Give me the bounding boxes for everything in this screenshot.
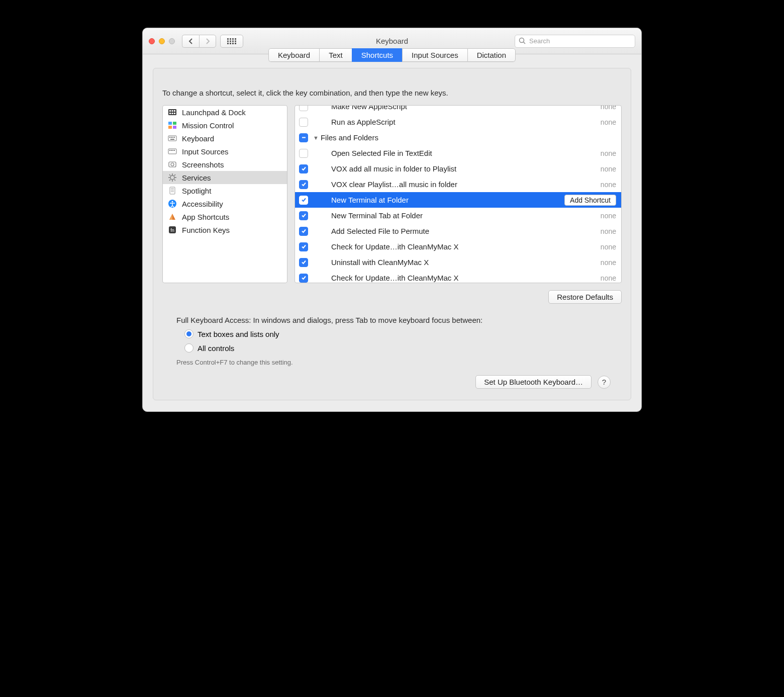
shortcut-value[interactable]: none xyxy=(601,118,616,126)
back-button[interactable] xyxy=(182,35,199,48)
sidebar-item-spotlight[interactable]: Spotlight xyxy=(163,184,287,197)
service-item[interactable]: Uninstall with CleanMyMac Xnone xyxy=(295,254,621,270)
sidebar-item-input-sources[interactable]: Input Sources xyxy=(163,145,287,158)
tab-input-sources[interactable]: Input Sources xyxy=(402,48,467,62)
sidebar-item-mission-control[interactable]: Mission Control xyxy=(163,119,287,132)
service-item[interactable]: Check for Update…ith CleanMyMac Xnone xyxy=(295,270,621,283)
service-label: New Terminal Tab at Folder xyxy=(331,211,601,220)
shortcut-value[interactable]: none xyxy=(601,165,616,173)
svg-rect-31 xyxy=(168,149,176,154)
sidebar-item-services[interactable]: Services xyxy=(163,171,287,184)
svg-rect-14 xyxy=(168,109,176,115)
input-icon xyxy=(168,147,177,156)
service-item[interactable]: VOX clear Playlist…all music in folderno… xyxy=(295,177,621,192)
svg-point-52 xyxy=(172,201,173,203)
fka-option[interactable]: All controls xyxy=(184,343,622,353)
svg-rect-35 xyxy=(174,150,175,151)
shortcut-value[interactable]: none xyxy=(601,258,616,267)
service-label: Uninstall with CleanMyMac X xyxy=(331,258,601,267)
checkbox[interactable] xyxy=(299,258,308,267)
svg-rect-33 xyxy=(171,150,172,151)
checkbox[interactable] xyxy=(299,242,308,251)
disclosure-triangle-icon[interactable]: ▼ xyxy=(313,135,319,141)
radio-label: Text boxes and lists only xyxy=(198,330,279,338)
svg-rect-18 xyxy=(169,113,171,114)
tab-shortcuts[interactable]: Shortcuts xyxy=(352,48,402,62)
minimize-window-button[interactable] xyxy=(159,38,165,44)
preferences-window: Keyboard KeyboardTextShortcutsInput Sour… xyxy=(142,28,642,412)
tab-keyboard[interactable]: Keyboard xyxy=(268,48,319,62)
zoom-window-button[interactable] xyxy=(169,38,175,44)
svg-rect-23 xyxy=(168,126,172,129)
shortcut-value[interactable]: none xyxy=(601,212,616,220)
service-item[interactable]: Run as AppleScriptnone xyxy=(295,114,621,130)
sidebar-item-accessibility[interactable]: Accessibility xyxy=(163,197,287,210)
sidebar-item-function-keys[interactable]: fnFunction Keys xyxy=(163,223,287,236)
shortcut-value[interactable]: none xyxy=(601,274,616,282)
svg-rect-27 xyxy=(171,137,172,138)
service-group[interactable]: ▼Files and Folders xyxy=(295,130,621,145)
content: KeyboardTextShortcutsInput SourcesDictat… xyxy=(143,54,641,411)
sidebar-item-keyboard[interactable]: Keyboard xyxy=(163,132,287,145)
tab-dictation[interactable]: Dictation xyxy=(467,48,516,62)
svg-line-46 xyxy=(174,175,175,176)
svg-rect-34 xyxy=(172,150,173,151)
sidebar-item-label: Mission Control xyxy=(182,121,234,130)
checkbox[interactable] xyxy=(299,118,308,127)
service-item[interactable]: Make New AppleScriptnone xyxy=(295,105,621,114)
checkbox[interactable] xyxy=(299,274,308,283)
service-item[interactable]: New Terminal at FolderAdd Shortcut xyxy=(295,192,621,208)
checkbox[interactable] xyxy=(299,105,308,111)
svg-rect-47 xyxy=(170,187,175,194)
app-icon xyxy=(168,212,177,221)
close-window-button[interactable] xyxy=(149,38,155,44)
service-item[interactable]: Add Selected File to Permutenone xyxy=(295,223,621,239)
svg-rect-21 xyxy=(168,122,172,125)
add-shortcut-button[interactable]: Add Shortcut xyxy=(564,195,616,206)
service-item[interactable]: Check for Update…ith CleanMyMac Xnone xyxy=(295,239,621,254)
tab-text[interactable]: Text xyxy=(319,48,352,62)
sidebar-item-label: Keyboard xyxy=(182,134,214,143)
help-button[interactable]: ? xyxy=(598,376,611,389)
shortcut-value[interactable]: none xyxy=(601,227,616,235)
shortcut-value[interactable]: none xyxy=(601,105,616,111)
group-label: Files and Folders xyxy=(321,133,616,142)
radio-button[interactable] xyxy=(184,329,193,338)
checkbox[interactable] xyxy=(299,149,308,158)
shortcut-list[interactable]: Make New AppleScriptnoneRun as AppleScri… xyxy=(295,105,622,283)
service-item[interactable]: VOX add all music in folder to Playlistn… xyxy=(295,161,621,177)
service-item[interactable]: New Terminal Tab at Foldernone xyxy=(295,208,621,223)
checkbox[interactable] xyxy=(299,196,308,205)
checkbox[interactable] xyxy=(299,180,308,189)
sidebar-item-screenshots[interactable]: Screenshots xyxy=(163,158,287,171)
sidebar-item-app-shortcuts[interactable]: App Shortcuts xyxy=(163,210,287,223)
svg-rect-16 xyxy=(172,110,173,112)
fka-option[interactable]: Text boxes and lists only xyxy=(184,329,622,338)
checkbox[interactable] xyxy=(299,164,308,173)
svg-rect-24 xyxy=(173,126,176,129)
radio-button[interactable] xyxy=(184,343,193,353)
restore-defaults-button[interactable]: Restore Defaults xyxy=(548,290,622,304)
service-item[interactable]: Open Selected File in TextEditnone xyxy=(295,145,621,161)
forward-button[interactable] xyxy=(199,35,216,48)
svg-rect-26 xyxy=(169,137,170,138)
checkbox[interactable] xyxy=(299,227,308,236)
shortcut-value[interactable]: none xyxy=(601,149,616,157)
shortcut-value[interactable]: none xyxy=(601,181,616,189)
sidebar-item-label: Accessibility xyxy=(182,200,223,208)
traffic-lights xyxy=(149,38,175,44)
category-sidebar[interactable]: Launchpad & DockMission ControlKeyboardI… xyxy=(162,105,287,283)
checkbox[interactable] xyxy=(299,211,308,220)
shortcut-value[interactable]: none xyxy=(601,243,616,251)
sidebar-item-label: Screenshots xyxy=(182,160,224,169)
search-input[interactable] xyxy=(515,35,635,48)
checkbox[interactable] xyxy=(299,133,308,142)
svg-rect-22 xyxy=(173,122,176,125)
sidebar-item-launchpad-dock[interactable]: Launchpad & Dock xyxy=(163,106,287,119)
svg-rect-0 xyxy=(227,38,229,40)
svg-rect-8 xyxy=(227,43,229,44)
svg-point-38 xyxy=(170,176,174,180)
setup-bluetooth-button[interactable]: Set Up Bluetooth Keyboard… xyxy=(475,375,592,389)
show-all-button[interactable] xyxy=(220,35,243,48)
svg-rect-9 xyxy=(230,43,231,44)
